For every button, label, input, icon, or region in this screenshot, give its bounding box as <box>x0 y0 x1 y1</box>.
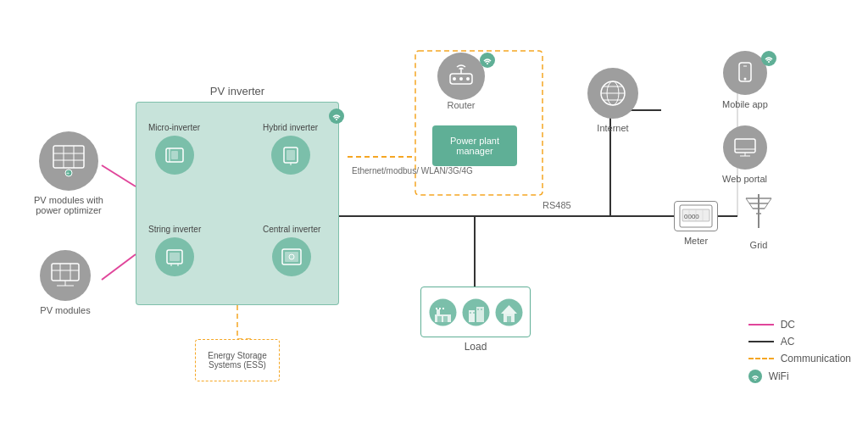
legend-comm: Communication <box>748 353 851 364</box>
svg-rect-88 <box>481 309 482 310</box>
ac-label: AC <box>781 336 795 348</box>
svg-rect-29 <box>171 151 178 159</box>
pv-modules-item: PV modules <box>40 250 91 315</box>
pv-modules-optimizer-label: PV modules with power optimizer <box>34 195 103 215</box>
pv-inverter-wifi-badge <box>329 108 344 124</box>
svg-rect-76 <box>437 309 440 314</box>
svg-rect-34 <box>170 253 180 261</box>
svg-rect-87 <box>477 309 479 310</box>
ppm-label: Power plant manager <box>436 136 514 156</box>
svg-point-45 <box>487 63 488 64</box>
pv-inverter-label: PV inverter <box>136 85 339 97</box>
meter-box: 0000 <box>674 201 718 231</box>
svg-line-72 <box>749 203 753 209</box>
pv-modules-optimizer-icon: + <box>39 131 98 191</box>
legend-ac: AC <box>748 336 851 348</box>
ac-line-symbol <box>748 341 774 342</box>
rs485-label: RS485 <box>542 200 571 210</box>
legend-dc: DC <box>748 319 851 331</box>
svg-line-70 <box>746 198 749 203</box>
svg-point-53 <box>743 78 746 81</box>
svg-point-26 <box>336 119 337 120</box>
dc-line-symbol <box>748 324 774 326</box>
string-inverter-label: String inverter <box>148 225 201 234</box>
svg-rect-38 <box>285 252 298 262</box>
svg-rect-80 <box>437 316 442 322</box>
svg-rect-92 <box>507 316 511 322</box>
web-portal-item: Web portal <box>722 125 767 184</box>
svg-point-54 <box>768 61 770 63</box>
string-inverter-icon <box>155 237 194 276</box>
mobile-wifi-badge <box>761 51 776 66</box>
ess-label: Energy Storage Systems (ESS) <box>196 351 279 370</box>
svg-point-93 <box>754 379 756 381</box>
meter-label: Meter <box>672 236 720 246</box>
micro-inverter-icon <box>155 136 194 175</box>
dc-label: DC <box>781 319 795 331</box>
internet-label: Internet <box>597 123 628 133</box>
comm-label: Ethernet/modbus/ WLAN/3G/4G <box>352 165 473 177</box>
svg-rect-86 <box>473 312 475 314</box>
svg-line-1 <box>102 254 136 280</box>
svg-point-41 <box>453 77 456 81</box>
hybrid-inverter-item: Hybrid inverter <box>263 123 318 175</box>
pv-modules-optimizer-item: + PV modules with power optimizer <box>34 131 103 215</box>
svg-point-42 <box>459 77 463 81</box>
svg-rect-13 <box>53 146 84 168</box>
legend: DC AC Communication WiFi <box>748 319 851 383</box>
web-portal-label: Web portal <box>722 174 767 184</box>
hybrid-inverter-icon <box>271 136 310 175</box>
pv-modules-icon <box>40 250 91 301</box>
svg-rect-75 <box>435 314 451 322</box>
ess-box: Energy Storage Systems (ESS) <box>195 339 280 381</box>
load-label: Load <box>420 341 531 353</box>
svg-rect-31 <box>287 150 295 160</box>
comm-label-legend: Communication <box>781 353 851 364</box>
svg-rect-81 <box>443 316 448 322</box>
svg-text:0000: 0000 <box>684 213 699 220</box>
svg-point-82 <box>462 298 489 326</box>
diagram: + PV modules with power optimizer PV mod… <box>0 0 868 434</box>
grid-label: Grid <box>750 240 768 250</box>
ppm-box: Power plant manager <box>432 125 517 166</box>
svg-line-0 <box>102 165 136 186</box>
svg-text:+: + <box>66 170 70 176</box>
central-inverter-item: Central inverter <box>263 225 320 276</box>
central-inverter-icon <box>272 237 311 276</box>
comm-line-symbol <box>748 358 774 359</box>
central-inverter-label: Central inverter <box>263 225 320 234</box>
hybrid-inverter-label: Hybrid inverter <box>263 123 318 132</box>
wifi-label: WiFi <box>769 370 789 382</box>
pv-modules-label: PV modules <box>40 305 90 315</box>
legend-wifi: WiFi <box>748 370 851 383</box>
router-item: Router <box>437 53 485 110</box>
svg-rect-85 <box>470 312 471 314</box>
internet-item: Internet <box>587 68 638 133</box>
mobile-app-label: Mobile app <box>722 99 768 109</box>
grid-icon <box>737 190 780 236</box>
micro-inverter-label: Micro-inverter <box>148 123 200 132</box>
svg-rect-20 <box>52 264 79 281</box>
string-inverter-item: String inverter <box>148 225 201 276</box>
router-icon <box>437 53 485 100</box>
wifi-legend-icon <box>748 370 762 383</box>
grid-item: Grid <box>737 190 780 250</box>
web-portal-icon <box>723 125 767 170</box>
svg-rect-55 <box>735 139 755 153</box>
internet-icon <box>587 68 638 119</box>
router-label: Router <box>447 100 475 110</box>
svg-line-71 <box>768 198 771 203</box>
svg-point-43 <box>466 77 470 81</box>
router-wifi-badge <box>480 53 495 68</box>
svg-line-73 <box>765 203 768 209</box>
micro-inverter-item: Micro-inverter <box>148 123 200 175</box>
load-box <box>420 287 531 337</box>
